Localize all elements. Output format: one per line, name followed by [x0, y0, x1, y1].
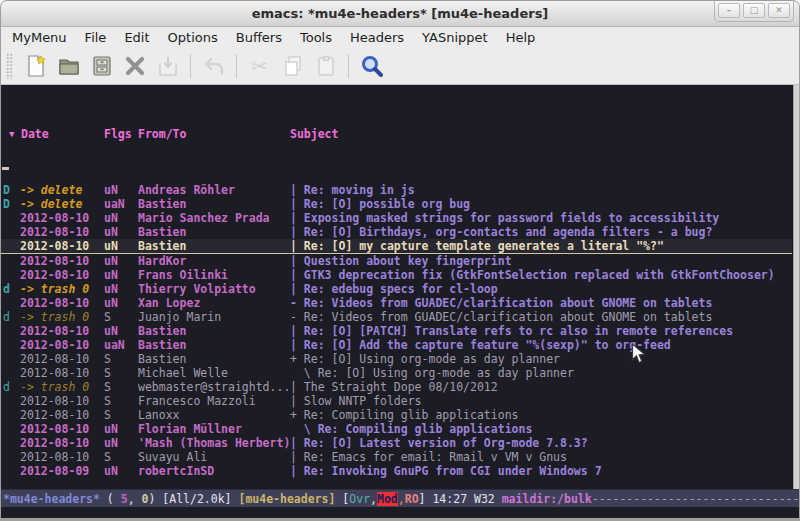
modeline-segment: 0 — [142, 492, 149, 506]
toolbar-separator — [190, 54, 191, 78]
date-or-action: 2012-08-10 — [20, 338, 104, 352]
mark-char: d — [1, 380, 20, 394]
subject: | Re: edebug specs for cl-loop — [290, 282, 792, 296]
column-subject[interactable]: Subject — [290, 127, 338, 141]
message-row[interactable]: d-> trash 0SJuanjo Marin- Re: Videos fro… — [1, 310, 792, 324]
message-row[interactable]: 2012-08-10SLanoxx+ Re: Compiling glib ap… — [1, 408, 792, 422]
sort-descending-icon[interactable]: ▼ — [9, 127, 21, 141]
vertical-scrollbar[interactable] — [793, 85, 799, 489]
message-row[interactable]: d-> trash 0uNThierry Volpiatto| Re: edeb… — [1, 282, 792, 296]
date-or-action: -> trash 0 — [20, 282, 104, 296]
menu-tools[interactable]: Tools — [291, 29, 341, 46]
message-row[interactable]: 2012-08-10uNFrans Oilinki| GTK3 deprecat… — [1, 268, 792, 282]
copy-icon[interactable] — [276, 51, 309, 82]
message-row[interactable]: 2012-08-10uNBastien| Re: [O] my capture … — [1, 239, 792, 254]
title-bar[interactable]: emacs: *mu4e-headers* [mu4e-headers] – □… — [1, 1, 799, 27]
dired-icon[interactable] — [85, 51, 118, 82]
window-title: emacs: *mu4e-headers* [mu4e-headers] — [252, 6, 549, 21]
mu4e-headers-buffer[interactable]: ▼ Date Flgs From/To Subject D-> deleteuN… — [1, 85, 799, 489]
menu-file[interactable]: File — [76, 29, 116, 46]
flags: S — [104, 394, 138, 408]
subject: | Re: [O] my capture template generates … — [290, 239, 792, 253]
date-or-action: 2012-08-10 — [20, 254, 104, 268]
message-row[interactable]: 2012-08-10uNXan Lopez- Re: Videos from G… — [1, 296, 792, 310]
toolbar-separator — [236, 54, 237, 78]
from: Bastien — [138, 324, 290, 338]
message-row[interactable]: 2012-08-10SFrancesco Mazzoli| Slow NNTP … — [1, 394, 792, 408]
message-row[interactable]: D-> deleteuNAndreas Röhler| Re: moving i… — [1, 183, 792, 197]
message-row[interactable]: 2012-08-10uNMario Sanchez Prada| Exposin… — [1, 211, 792, 225]
minimize-button[interactable]: – — [718, 3, 740, 18]
message-row[interactable]: 2012-08-09uNrobertcInSD| Re: Invoking Gn… — [1, 464, 792, 478]
new-file-icon[interactable] — [19, 51, 52, 82]
menu-bar: MyMenuFileEditOptionsBuffersToolsHeaders… — [1, 27, 799, 48]
flags: uN — [104, 268, 138, 282]
mark-char: D — [1, 197, 20, 211]
subject: - Re: Videos from GUADEC/clarification a… — [290, 296, 792, 310]
message-row[interactable]: 2012-08-10SSuvayu Ali| Re: Emacs for ema… — [1, 450, 792, 464]
date-or-action: 2012-08-10 — [20, 239, 104, 253]
mark-char — [1, 296, 20, 310]
message-row[interactable]: 2012-08-10uNFlorian Müllner \ Re: Compil… — [1, 422, 792, 436]
flags: uN — [104, 239, 138, 253]
column-from[interactable]: From/To — [138, 127, 290, 141]
date-or-action: 2012-08-10 — [20, 225, 104, 239]
subject: | Slow NNTP folders — [290, 394, 792, 408]
subject: | Re: moving in js — [290, 183, 792, 197]
maximize-button[interactable]: □ — [743, 3, 765, 18]
paste-icon[interactable] — [309, 51, 342, 82]
close-button[interactable]: ✕ — [768, 3, 790, 18]
from: Bastien — [138, 239, 290, 253]
column-flags[interactable]: Flgs — [104, 127, 138, 141]
date-or-action: 2012-08-10 — [20, 268, 104, 282]
column-date[interactable]: Date — [21, 127, 104, 141]
menu-options[interactable]: Options — [159, 29, 227, 46]
message-row[interactable]: 2012-08-10uNBastien| Re: [O] [PATCH] Tra… — [1, 324, 792, 338]
mode-line[interactable]: *mu4e-headers* ( 5, 0) [All/2.0k] [mu4e-… — [1, 489, 799, 507]
subject: | The Straight Dope 08/10/2012 — [290, 380, 792, 394]
toolbar-grip[interactable] — [6, 53, 13, 79]
cut-icon[interactable]: ✂ — [243, 51, 276, 82]
menu-help[interactable]: Help — [497, 29, 545, 46]
subject: | Re: [O] Add the capture feature "%(sex… — [290, 338, 792, 352]
from: Francesco Mazzoli — [138, 394, 290, 408]
menu-edit[interactable]: Edit — [115, 29, 158, 46]
message-row[interactable]: 2012-08-10uNHardKor| Question about key … — [1, 254, 792, 268]
menu-mymenu[interactable]: MyMenu — [3, 29, 76, 46]
modeline-segment: maildir:/bulk — [502, 492, 592, 506]
modeline-segment: [All/2.0k] — [162, 492, 238, 506]
message-row[interactable]: 2012-08-10uN'Mash (Thomas Herbert)| Re: … — [1, 436, 792, 450]
message-row[interactable]: 2012-08-10uaNBastien| Re: [O] Add the ca… — [1, 338, 792, 352]
headers-column-header[interactable]: ▼ Date Flgs From/To Subject — [1, 127, 792, 141]
from: Michael Welle — [138, 366, 290, 380]
menu-buffers[interactable]: Buffers — [227, 29, 291, 46]
from: Bastien — [138, 225, 290, 239]
subject: \ Re: [O] Using org-mode as day planner — [290, 366, 792, 380]
date-or-action: 2012-08-10 — [20, 352, 104, 366]
message-row[interactable]: d-> trash 0Swebmaster@straightd...| The … — [1, 380, 792, 394]
menu-headers[interactable]: Headers — [341, 29, 413, 46]
message-row[interactable]: D-> deleteuaNBastien| Re: [O] possible o… — [1, 197, 792, 211]
from: Bastien — [138, 338, 290, 352]
message-row[interactable]: 2012-08-10SMichael Welle \ Re: [O] Using… — [1, 366, 792, 380]
kill-buffer-icon[interactable] — [118, 51, 151, 82]
message-row[interactable]: 2012-08-10SBastien+ Re: [O] Using org-mo… — [1, 352, 792, 366]
emacs-window: emacs: *mu4e-headers* [mu4e-headers] – □… — [0, 0, 800, 521]
message-list: D-> deleteuNAndreas Röhler| Re: moving i… — [1, 183, 792, 478]
menu-yasnippet[interactable]: YASnippet — [413, 29, 497, 46]
mark-char — [1, 394, 20, 408]
subject: \ Re: Compiling glib applications — [290, 422, 792, 436]
undo-icon[interactable] — [197, 51, 230, 82]
flags: uN — [104, 296, 138, 310]
save-icon[interactable] — [151, 51, 184, 82]
mark-char — [1, 225, 20, 239]
modeline-segment: RO — [405, 492, 419, 506]
message-row[interactable]: 2012-08-10uNBastien| Re: [O] Birthdays, … — [1, 225, 792, 239]
search-icon[interactable] — [355, 51, 388, 82]
mark-char: d — [1, 310, 20, 324]
open-file-icon[interactable] — [52, 51, 85, 82]
subject: | Re: [O] possible org bug — [290, 197, 792, 211]
date-or-action: 2012-08-10 — [20, 436, 104, 450]
echo-area[interactable] — [1, 507, 799, 519]
from: Florian Müllner — [138, 422, 290, 436]
